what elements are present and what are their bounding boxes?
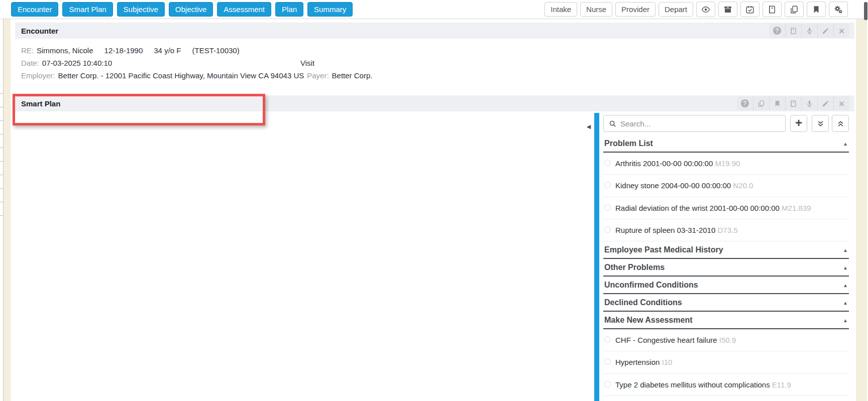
book-icon[interactable] <box>785 24 801 38</box>
section-label: Problem List <box>604 139 653 148</box>
stage-button[interactable]: Intake <box>545 2 577 17</box>
pencil-icon[interactable] <box>817 96 833 110</box>
top-toolbar: EncounterSmart PlanSubjectiveObjectiveAs… <box>0 0 868 19</box>
encounter-section-header: Encounter ? × <box>15 23 854 39</box>
close-icon[interactable]: × <box>833 96 849 110</box>
stage-button[interactable]: Provider <box>615 2 656 17</box>
search-box[interactable] <box>603 115 786 132</box>
item-radio-circle[interactable] <box>604 182 611 188</box>
item-text: Arthritis 2001-00-00 00:00:00 <box>615 159 713 168</box>
problem-list-item[interactable]: Arthritis 2001-00-00 00:00:00 M19.90 <box>603 153 849 175</box>
item-code: I50.9 <box>719 336 736 344</box>
sidebar-sections: Problem List ▲ Arthritis 2001-00-00 00:0… <box>599 135 854 401</box>
item-code: I10 <box>662 358 673 366</box>
item-code: E11.9 <box>772 380 791 389</box>
problem-list-item[interactable]: CHF - Congestive heart failure I50.9 <box>603 329 849 351</box>
copy-icon[interactable] <box>753 96 769 110</box>
payer-value: Better Corp. <box>332 71 373 80</box>
item-code: M19.90 <box>715 159 740 168</box>
help-icon[interactable]: ? <box>737 96 753 110</box>
stage-button[interactable]: Nurse <box>580 2 612 17</box>
nav-tab-button[interactable]: Assessment <box>217 2 271 17</box>
item-radio-circle[interactable] <box>604 336 611 343</box>
section-label: Other Problems <box>604 263 665 272</box>
nav-tab-button[interactable]: Summary <box>307 2 353 17</box>
patient-name: Simmons, Nicole <box>37 46 93 55</box>
employer-value: Better Corp. - 12001 Pacific Coast Highw… <box>58 71 304 80</box>
close-icon[interactable]: × <box>833 24 849 38</box>
add-problem-button[interactable]: + <box>790 115 807 132</box>
nav-tab-button[interactable]: Encounter <box>11 2 58 17</box>
item-radio-circle[interactable] <box>604 358 611 365</box>
visit-label: Visit <box>300 59 314 67</box>
nav-tab-button[interactable]: Objective <box>169 2 213 17</box>
item-code: D73.5 <box>717 226 737 234</box>
sidebar-collapse-arrow[interactable]: ◀ <box>585 122 593 131</box>
problem-list-item[interactable]: Hypertension I10 <box>603 351 849 373</box>
section-header[interactable]: Unconfirmed Conditions ▲ <box>603 277 849 294</box>
encounter-date-line: Date: 07-03-2025 10:40:10 Visit <box>21 57 523 69</box>
smart-plan-header-icons: ? × <box>737 96 849 110</box>
book-icon[interactable] <box>785 96 801 110</box>
item-code: N20.0 <box>733 181 753 190</box>
microphone-icon[interactable] <box>801 96 817 110</box>
item-text: Radial deviation of the wrist 2001-00-00… <box>615 204 780 212</box>
chevron-up-icon: ▲ <box>843 318 848 323</box>
item-code: M21.839 <box>782 204 811 212</box>
search-input[interactable] <box>620 119 780 128</box>
section-label: Employee Past Medical History <box>604 245 723 254</box>
section-label: Unconfirmed Conditions <box>604 281 698 290</box>
item-radio-circle[interactable] <box>604 226 611 233</box>
collapse-all-icon[interactable] <box>812 115 829 132</box>
encounter-date: 07-03-2025 10:40:10 <box>42 59 112 67</box>
encounter-header-icons: ? × <box>769 24 849 38</box>
left-collapsed-panel[interactable] <box>3 19 11 401</box>
toolbar-right: IntakeNurseProviderDepart <box>541 2 848 17</box>
item-text: Rupture of spleen 03-31-2010 <box>615 226 715 234</box>
item-radio-circle[interactable] <box>604 381 611 387</box>
right-collapsed-panel[interactable] <box>856 19 867 401</box>
re-label: RE: <box>21 46 34 55</box>
help-icon[interactable]: ? <box>769 24 785 38</box>
bookmark-icon[interactable] <box>769 96 785 110</box>
copy-icon[interactable] <box>785 2 804 17</box>
problem-list-item[interactable]: Rupture of spleen 03-31-2010 D73.5 <box>603 219 849 241</box>
nav-tab-button[interactable]: Smart Plan <box>62 2 113 17</box>
problem-list-item[interactable]: Type 1 diabetes mellitus without complic… <box>603 396 849 401</box>
vertical-scrollbar-thumb[interactable] <box>864 2 867 20</box>
microphone-icon[interactable] <box>801 24 817 38</box>
gears-icon[interactable] <box>829 2 848 17</box>
eye-icon[interactable] <box>696 2 715 17</box>
section-header[interactable]: Employee Past Medical History ▲ <box>603 241 849 259</box>
item-radio-circle[interactable] <box>604 160 611 166</box>
section-header[interactable]: Problem List ▲ <box>603 135 849 153</box>
patient-id: (TEST-10030) <box>192 46 239 55</box>
smart-plan-section-header: Smart Plan ? × <box>15 95 854 111</box>
chevron-up-icon: ▲ <box>843 300 848 306</box>
bookmark-icon[interactable] <box>807 2 826 17</box>
problem-list-item[interactable]: Radial deviation of the wrist 2001-00-00… <box>603 197 849 219</box>
stage-buttons: IntakeNurseProviderDepart <box>541 2 693 17</box>
expand-all-icon[interactable] <box>832 115 849 132</box>
section-header[interactable]: Make New Assessment ▲ <box>603 312 849 329</box>
sidebar-accent-bar[interactable] <box>594 113 599 401</box>
patient-identity-line: RE: Simmons, Nicole 12-18-1990 34 y/o F … <box>21 44 523 57</box>
nav-tab-button[interactable]: Plan <box>275 2 303 17</box>
archive-icon[interactable] <box>718 2 737 17</box>
problem-list-item[interactable]: Kidney stone 2004-00-00 00:00:00 N20.0 <box>603 175 849 197</box>
employer-payer-line: Employer: Better Corp. - 12001 Pacific C… <box>21 69 523 82</box>
stage-button[interactable]: Depart <box>659 2 693 17</box>
item-radio-circle[interactable] <box>604 204 611 211</box>
nav-tab-button[interactable]: Subjective <box>117 2 165 17</box>
section-header[interactable]: Other Problems ▲ <box>603 259 849 277</box>
problem-list-item[interactable]: Type 2 diabetes mellitus without complic… <box>603 374 849 396</box>
payer-label: Payer: <box>307 71 329 80</box>
book-icon[interactable] <box>763 2 782 17</box>
item-text: Kidney stone 2004-00-00 00:00:00 <box>615 181 731 190</box>
item-text: Hypertension <box>615 358 660 366</box>
pencil-icon[interactable] <box>817 24 833 38</box>
smart-plan-title: Smart Plan <box>21 99 60 108</box>
item-text: Type 2 diabetes mellitus without complic… <box>615 380 770 389</box>
section-header[interactable]: Declined Conditions ▲ <box>603 294 849 312</box>
calendar-check-icon[interactable] <box>740 2 759 17</box>
